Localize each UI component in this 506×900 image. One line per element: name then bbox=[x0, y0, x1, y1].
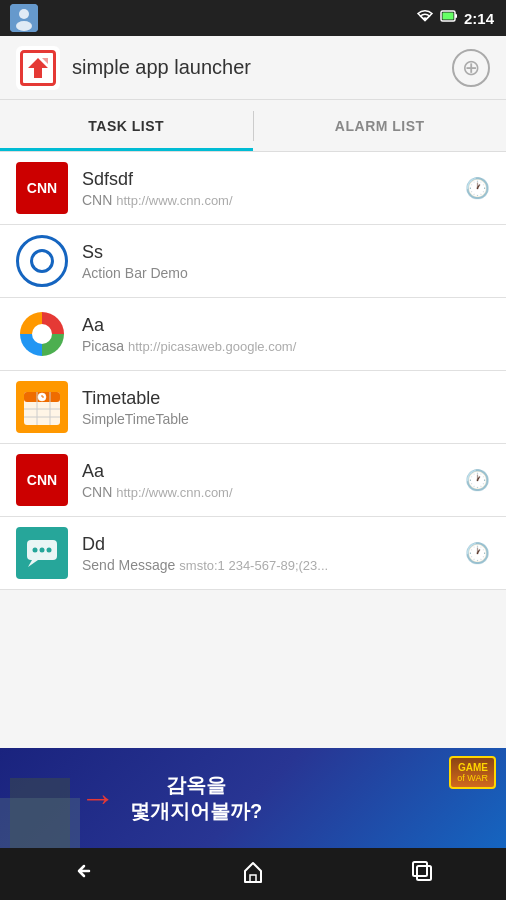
avatar-icon bbox=[10, 4, 38, 32]
ad-content: → 감옥을몇개지어볼까? GAME of WAR bbox=[0, 748, 506, 848]
list-item[interactable]: CNN Sdfsdf CNN http://www.cnn.com/ 🕐 bbox=[0, 152, 506, 225]
status-bar-left bbox=[10, 0, 38, 36]
battery-icon bbox=[440, 9, 458, 27]
header-left: simple app launcher bbox=[16, 46, 251, 90]
alarm-icon: 🕐 bbox=[465, 176, 490, 200]
svg-point-2 bbox=[16, 21, 32, 31]
tab-alarm-list[interactable]: ALARM LIST bbox=[254, 100, 507, 151]
svg-point-9 bbox=[32, 324, 52, 344]
list-item[interactable]: Aa Picasa http://picasaweb.google.com/ bbox=[0, 298, 506, 371]
item-subtitle: Action Bar Demo bbox=[82, 265, 490, 281]
ad-logo: GAME of WAR bbox=[449, 756, 496, 789]
list-item-content: Ss Action Bar Demo bbox=[82, 242, 490, 281]
list-item-content: Dd Send Message smsto:1 234-567-89;(23..… bbox=[82, 534, 457, 573]
item-subtitle: Picasa http://picasaweb.google.com/ bbox=[82, 338, 490, 354]
item-title: Aa bbox=[82, 461, 457, 482]
svg-rect-4 bbox=[455, 14, 457, 18]
status-bar: 2:14 bbox=[0, 0, 506, 36]
item-subtitle: Send Message smsto:1 234-567-89;(23... bbox=[82, 557, 457, 573]
ad-banner[interactable]: → 감옥을몇개지어볼까? GAME of WAR bbox=[0, 748, 506, 848]
list-item[interactable]: Timetable SimpleTimeTable bbox=[0, 371, 506, 444]
logo-box bbox=[20, 50, 56, 86]
list-item-content: Aa CNN http://www.cnn.com/ bbox=[82, 461, 457, 500]
svg-rect-25 bbox=[413, 862, 427, 876]
add-button[interactable]: ⊕ bbox=[452, 49, 490, 87]
cnn-app-icon-2: CNN bbox=[16, 454, 68, 506]
item-subtitle: CNN http://www.cnn.com/ bbox=[82, 192, 457, 208]
svg-point-21 bbox=[33, 548, 38, 553]
svg-point-22 bbox=[40, 548, 45, 553]
list-item[interactable]: Dd Send Message smsto:1 234-567-89;(23..… bbox=[0, 517, 506, 590]
tabs: TASK LIST ALARM LIST bbox=[0, 100, 506, 152]
home-button[interactable] bbox=[232, 850, 274, 898]
item-title: Sdfsdf bbox=[82, 169, 457, 190]
item-title: Dd bbox=[82, 534, 457, 555]
tab-task-list[interactable]: TASK LIST bbox=[0, 100, 253, 151]
status-time: 2:14 bbox=[464, 10, 494, 27]
item-subtitle: CNN http://www.cnn.com/ bbox=[82, 484, 457, 500]
list-item-content: Sdfsdf CNN http://www.cnn.com/ bbox=[82, 169, 457, 208]
item-title: Timetable bbox=[82, 388, 490, 409]
svg-rect-5 bbox=[442, 13, 453, 20]
bottom-nav bbox=[0, 848, 506, 900]
ad-korean-text: 감옥을몇개지어볼까? bbox=[130, 772, 262, 824]
list-item[interactable]: CNN Aa CNN http://www.cnn.com/ 🕐 bbox=[0, 444, 506, 517]
item-title: Ss bbox=[82, 242, 490, 263]
app-title: simple app launcher bbox=[72, 56, 251, 79]
alarm-icon: 🕐 bbox=[465, 541, 490, 565]
svg-marker-20 bbox=[28, 560, 38, 567]
app-logo bbox=[16, 46, 60, 90]
app-header: simple app launcher ⊕ bbox=[0, 36, 506, 100]
back-button[interactable] bbox=[63, 850, 105, 898]
svg-point-23 bbox=[47, 548, 52, 553]
list-item-content: Aa Picasa http://picasaweb.google.com/ bbox=[82, 315, 490, 354]
message-app-icon bbox=[16, 527, 68, 579]
recents-button[interactable] bbox=[401, 850, 443, 898]
item-subtitle: SimpleTimeTable bbox=[82, 411, 490, 427]
svg-point-1 bbox=[19, 9, 29, 19]
svg-rect-24 bbox=[250, 875, 256, 882]
svg-rect-26 bbox=[417, 866, 431, 880]
timetable-app-icon bbox=[16, 381, 68, 433]
actionbar-app-icon bbox=[16, 235, 68, 287]
picasa-app-icon bbox=[16, 308, 68, 360]
list-item-content: Timetable SimpleTimeTable bbox=[82, 388, 490, 427]
cnn-app-icon: CNN bbox=[16, 162, 68, 214]
status-icons: 2:14 bbox=[416, 9, 494, 27]
item-title: Aa bbox=[82, 315, 490, 336]
wifi-icon bbox=[416, 9, 434, 27]
task-list: CNN Sdfsdf CNN http://www.cnn.com/ 🕐 Ss … bbox=[0, 152, 506, 590]
list-item[interactable]: Ss Action Bar Demo bbox=[0, 225, 506, 298]
add-icon: ⊕ bbox=[462, 55, 480, 81]
alarm-icon: 🕐 bbox=[465, 468, 490, 492]
